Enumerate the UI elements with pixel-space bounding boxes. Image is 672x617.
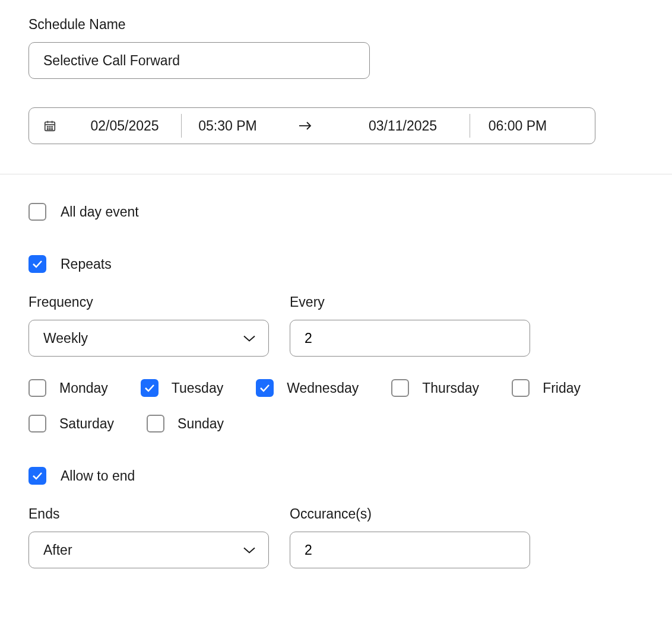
schedule-name-input[interactable]: [28, 42, 370, 79]
day-item: Tuesday: [141, 379, 223, 397]
ends-select[interactable]: After: [28, 532, 269, 568]
day-item: Friday: [512, 379, 581, 397]
svg-point-4: [47, 126, 48, 127]
arrow-right-icon: [274, 121, 336, 131]
all-day-checkbox[interactable]: [28, 203, 46, 221]
chevron-down-icon: [242, 542, 256, 558]
svg-point-8: [49, 129, 50, 129]
day-item: Sunday: [147, 415, 224, 432]
schedule-name-label: Schedule Name: [28, 17, 644, 33]
day-checkbox-monday[interactable]: [28, 379, 46, 397]
day-checkbox-saturday[interactable]: [28, 415, 46, 432]
day-label: Tuesday: [172, 380, 223, 396]
ends-label: Ends: [28, 506, 269, 522]
day-checkbox-thursday[interactable]: [391, 379, 409, 397]
day-checkbox-wednesday[interactable]: [256, 379, 274, 397]
every-label: Every: [290, 294, 530, 310]
svg-point-6: [52, 126, 52, 127]
allow-end-row: Allow to end: [28, 467, 644, 485]
day-checkbox-tuesday[interactable]: [141, 379, 159, 397]
repeats-row: Repeats: [28, 255, 644, 273]
repeats-checkbox[interactable]: [28, 255, 46, 273]
frequency-value: Weekly: [43, 330, 88, 346]
day-label: Sunday: [177, 416, 224, 432]
day-item: Thursday: [391, 379, 479, 397]
day-item: Saturday: [28, 415, 114, 432]
all-day-label: All day event: [61, 204, 139, 220]
svg-point-9: [52, 129, 52, 129]
occurrences-input[interactable]: [290, 532, 530, 568]
days-group: MondayTuesdayWednesdayThursdayFridaySatu…: [28, 379, 622, 432]
day-item: Wednesday: [256, 379, 359, 397]
day-label: Wednesday: [287, 380, 359, 396]
ends-value: After: [43, 542, 72, 558]
all-day-row: All day event: [28, 203, 644, 221]
svg-point-7: [47, 129, 48, 129]
every-input[interactable]: [290, 320, 530, 357]
start-date[interactable]: 02/05/2025: [68, 114, 181, 138]
day-label: Thursday: [422, 380, 479, 396]
occurrences-label: Occurance(s): [290, 506, 530, 522]
day-label: Monday: [59, 380, 108, 396]
day-item: Monday: [28, 379, 108, 397]
day-checkbox-sunday[interactable]: [147, 415, 164, 432]
day-label: Friday: [543, 380, 581, 396]
day-checkbox-friday[interactable]: [512, 379, 530, 397]
allow-end-checkbox[interactable]: [28, 467, 46, 485]
end-date[interactable]: 03/11/2025: [336, 114, 470, 138]
repeats-label: Repeats: [61, 256, 112, 272]
allow-end-label: Allow to end: [61, 468, 135, 484]
frequency-select[interactable]: Weekly: [28, 320, 269, 357]
frequency-label: Frequency: [28, 294, 269, 310]
calendar-icon: [29, 119, 68, 132]
svg-point-5: [49, 126, 50, 127]
day-label: Saturday: [59, 416, 114, 432]
chevron-down-icon: [242, 330, 256, 346]
date-range-picker[interactable]: 02/05/2025 05:30 PM 03/11/2025 06:00 PM: [28, 107, 595, 144]
start-time[interactable]: 05:30 PM: [182, 114, 274, 138]
end-time[interactable]: 06:00 PM: [470, 114, 565, 138]
